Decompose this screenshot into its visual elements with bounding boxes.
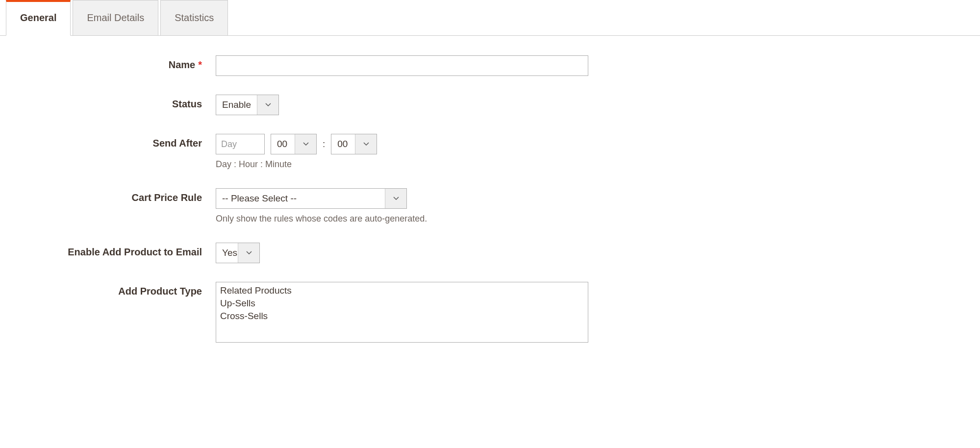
time-separator: : [323, 139, 325, 149]
status-select-value: Enable [216, 95, 257, 115]
cart-price-rule-select[interactable]: -- Please Select -- [216, 188, 407, 209]
tab-general[interactable]: General [6, 0, 71, 36]
send-after-minute-value: 00 [331, 134, 355, 154]
required-asterisk-icon: * [198, 59, 202, 70]
chevron-down-icon [257, 95, 278, 115]
row-add-product-type: Add Product Type Related Products Up-Sel… [10, 282, 970, 343]
label-enable-add-product: Enable Add Product to Email [10, 243, 216, 258]
tabs-bar: General Email Details Statistics [0, 0, 980, 36]
label-name: Name* [10, 55, 216, 71]
chevron-down-icon [355, 134, 377, 154]
row-status: Status Enable [10, 95, 970, 115]
chevron-down-icon [238, 243, 259, 263]
enable-add-product-value: Yes [216, 243, 238, 263]
row-cart-price-rule: Cart Price Rule -- Please Select -- Only… [10, 188, 970, 224]
form-general: Name* Status Enable Send After 00 [0, 55, 980, 381]
label-add-product-type: Add Product Type [10, 282, 216, 297]
add-product-type-multiselect[interactable]: Related Products Up-Sells Cross-Sells [216, 282, 588, 343]
option-up-sells[interactable]: Up-Sells [216, 297, 588, 310]
row-send-after: Send After 00 : 00 Day : Hour : [10, 134, 970, 170]
label-cart-price-rule: Cart Price Rule [10, 188, 216, 203]
tab-email-details[interactable]: Email Details [73, 0, 158, 35]
cart-price-rule-value: -- Please Select -- [216, 189, 385, 208]
send-after-hour-value: 00 [271, 134, 295, 154]
name-input[interactable] [216, 55, 588, 76]
chevron-down-icon [295, 134, 316, 154]
send-after-day-input[interactable] [216, 134, 265, 154]
cart-price-rule-help: Only show the rules whose codes are auto… [216, 214, 970, 224]
send-after-help: Day : Hour : Minute [216, 159, 970, 170]
label-status: Status [10, 95, 216, 110]
enable-add-product-select[interactable]: Yes [216, 243, 260, 263]
option-cross-sells[interactable]: Cross-Sells [216, 310, 588, 323]
chevron-down-icon [385, 189, 406, 208]
send-after-minute-select[interactable]: 00 [331, 134, 377, 154]
row-name: Name* [10, 55, 970, 76]
option-related-products[interactable]: Related Products [216, 284, 588, 297]
tab-statistics[interactable]: Statistics [160, 0, 228, 35]
row-enable-add-product: Enable Add Product to Email Yes [10, 243, 970, 263]
send-after-hour-select[interactable]: 00 [271, 134, 317, 154]
status-select[interactable]: Enable [216, 95, 279, 115]
label-send-after: Send After [10, 134, 216, 149]
